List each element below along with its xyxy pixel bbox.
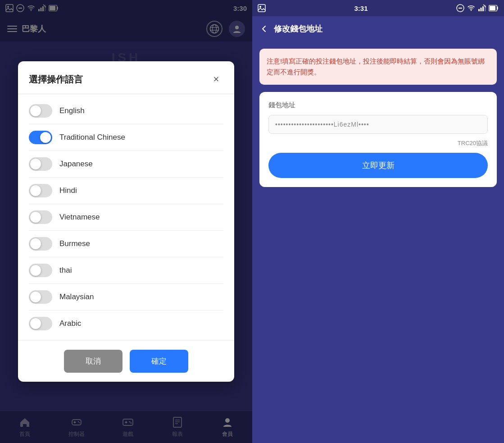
warning-box: 注意!填寫正確的投注錢包地址，投注後能即時結算，否則會因為無賬號綁定而不進行開獎… [259,49,497,85]
right-dnd-icon [456,4,464,12]
lang-label-vietnamese: Vietnamese [59,213,100,222]
right-status-bar: 3:31 [252,0,504,16]
lang-item-english[interactable]: English [29,98,223,124]
left-panel: 3:30 巴黎人 ISH 選擇操作語言 × [0,0,252,443]
svg-rect-43 [490,6,495,10]
svg-rect-37 [478,9,480,11]
right-page-title: 修改錢包地址 [274,23,322,34]
wallet-protocol: TRC20協議 [268,139,488,147]
lang-label-traditional-chinese: Traditional Chinese [59,133,125,142]
svg-point-33 [259,6,261,8]
lang-item-japanese[interactable]: Japanese [29,151,223,178]
wallet-address-display[interactable]: ••••••••••••••••••••••Li6ezMl•••• [268,115,488,134]
right-content: 注意!填寫正確的投注錢包地址，投注後能即時結算，否則會因為無賬號綁定而不進行開獎… [252,41,504,443]
lang-item-traditional-chinese[interactable]: Traditional Chinese [29,124,223,151]
right-status-right [456,4,499,12]
lang-toggle-burmese[interactable] [29,237,52,251]
lang-toggle-arabic[interactable] [29,317,52,330]
warning-text: 注意!填寫正確的投注錢包地址，投注後能即時結算，否則會因為無賬號綁定而不進行開獎… [267,57,485,76]
right-panel: 3:31 修改錢包地址 注意!填寫正確的投注錢包地址，投注後能即時結算，否則會因… [252,0,504,443]
lang-label-japanese: Japanese [59,160,93,169]
cancel-button[interactable]: 取消 [64,350,123,373]
modal-footer: 取消 確定 [18,340,234,382]
lang-label-malaysian: Malaysian [59,292,94,301]
right-signal-icon [478,4,486,12]
lang-toggle-traditional-chinese[interactable] [29,131,52,144]
right-status-left [258,4,266,12]
svg-rect-38 [481,8,482,11]
lang-toggle-japanese[interactable] [29,157,52,171]
modal-header: 選擇操作語言 × [18,61,234,94]
lang-item-burmese[interactable]: Burmese [29,231,223,257]
language-modal: 選擇操作語言 × EnglishTraditional ChineseJapan… [18,61,234,382]
right-battery-icon [489,5,499,11]
svg-rect-39 [482,6,484,11]
back-button[interactable] [259,24,268,33]
wallet-card: 錢包地址 ••••••••••••••••••••••Li6ezMl•••• T… [259,92,497,187]
lang-item-arabic[interactable]: Arabic [29,311,223,337]
wallet-label: 錢包地址 [268,101,488,110]
lang-toggle-vietnamese[interactable] [29,210,52,224]
modal-title: 選擇操作語言 [29,73,83,86]
right-image-icon [258,4,266,12]
lang-toggle-malaysian[interactable] [29,290,52,304]
confirm-button[interactable]: 確定 [130,350,188,373]
lang-label-burmese: Burmese [59,239,90,248]
back-icon [259,24,268,33]
svg-point-36 [471,10,472,11]
lang-toggle-english[interactable] [29,104,52,118]
lang-item-thai[interactable]: thai [29,257,223,284]
lang-label-arabic: Arabic [59,319,81,328]
lang-item-malaysian[interactable]: Malaysian [29,284,223,311]
lang-label-english: English [59,106,85,115]
svg-rect-32 [258,5,265,12]
update-button[interactable]: 立即更新 [268,153,488,178]
lang-item-hindi[interactable]: Hindi [29,178,223,204]
right-wifi-icon [467,4,475,12]
right-time: 3:31 [354,5,368,12]
lang-item-vietnamese[interactable]: Vietnamese [29,204,223,231]
modal-body: EnglishTraditional ChineseJapaneseHindiV… [18,94,234,340]
lang-toggle-thai[interactable] [29,264,52,277]
modal-close-button[interactable]: × [209,72,223,87]
lang-toggle-hindi[interactable] [29,184,52,197]
lang-label-hindi: Hindi [59,186,77,195]
lang-label-thai: thai [59,266,72,275]
modal-overlay: 選擇操作語言 × EnglishTraditional ChineseJapan… [0,0,252,443]
right-header: 修改錢包地址 [252,16,504,41]
